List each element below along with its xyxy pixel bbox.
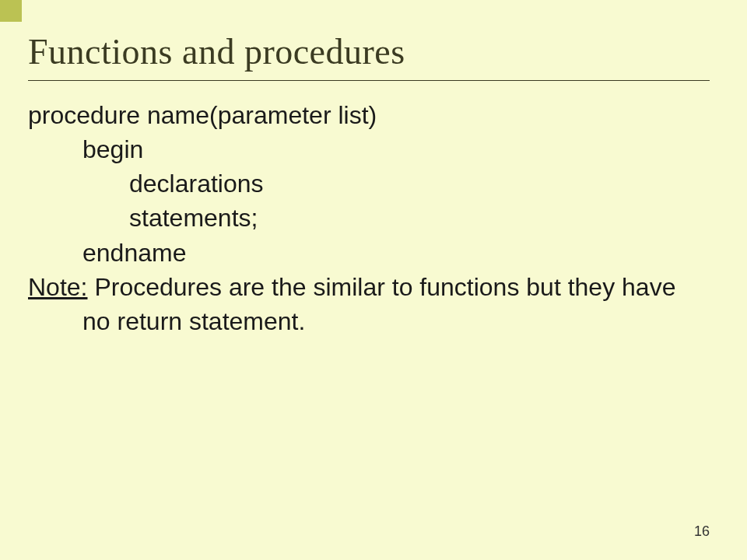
accent-square — [0, 0, 22, 22]
note-paragraph: Note: Procedures are the similar to func… — [28, 270, 710, 338]
code-line: declarations — [28, 166, 710, 201]
note-label: Note: — [28, 273, 87, 301]
title-rule — [28, 80, 710, 81]
slide-body: procedure name(parameter list) begin dec… — [28, 98, 710, 338]
slide-title: Functions and procedures — [28, 31, 710, 72]
code-line: statements; — [28, 201, 710, 235]
code-line: begin — [28, 132, 710, 166]
page-number: 16 — [694, 523, 710, 540]
note-text: Procedures are the similar to functions … — [82, 273, 675, 335]
slide-content: Functions and procedures procedure name(… — [0, 0, 747, 338]
code-line: endname — [28, 236, 710, 270]
code-line: procedure name(parameter list) — [28, 98, 710, 132]
